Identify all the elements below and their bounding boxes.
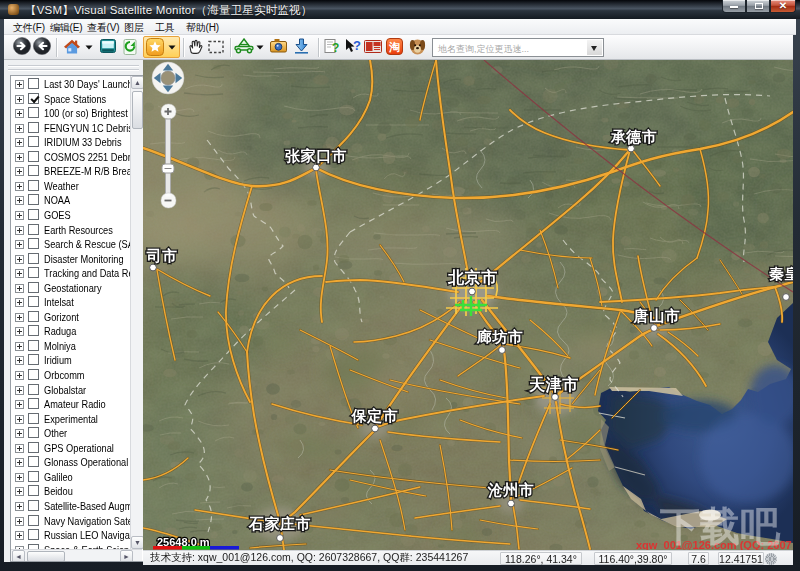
svg-text:北京市: 北京市 <box>447 268 498 286</box>
svg-text:保定市: 保定市 <box>351 407 399 424</box>
svg-text:沧州市: 沧州市 <box>487 481 535 499</box>
svg-text:天津市: 天津市 <box>528 375 579 393</box>
svg-text:?: ? <box>332 41 339 55</box>
svg-text:石家庄市: 石家庄市 <box>248 515 311 532</box>
svg-text:淘: 淘 <box>388 41 400 53</box>
svg-text:下载吧: 下载吧 <box>660 504 781 548</box>
svg-text:唐山市: 唐山市 <box>633 307 681 324</box>
svg-text:25648.0 m: 25648.0 m <box>157 536 210 548</box>
svg-text:张家口市: 张家口市 <box>285 147 347 164</box>
svg-text:廊坊市: 廊坊市 <box>476 328 524 345</box>
svg-text:承德市: 承德市 <box>610 128 658 145</box>
svg-text:司市: 司市 <box>147 247 178 264</box>
svg-text:秦皇岛市: 秦皇岛市 <box>769 265 793 282</box>
svg-text:?: ? <box>353 38 361 53</box>
